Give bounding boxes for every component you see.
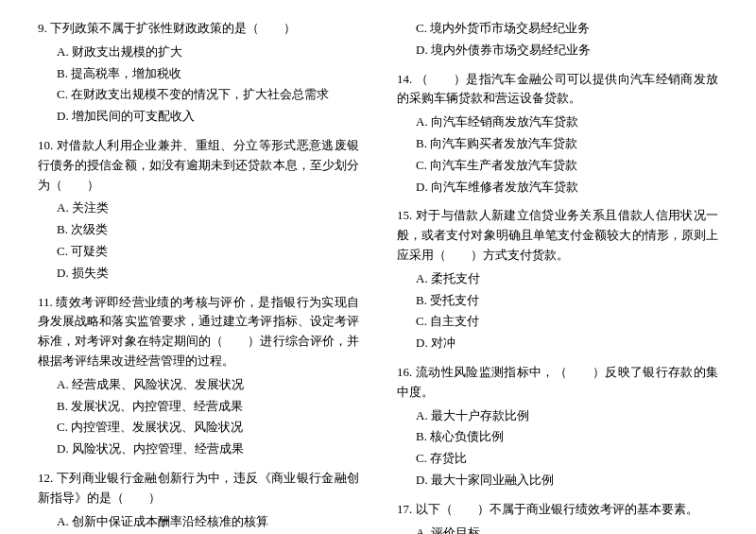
q9-option-a: A. 财政支出规模的扩大 — [57, 43, 359, 62]
question-11: 11. 绩效考评即经营业绩的考核与评价，是指银行为实现自身发展战略和落实监管要求… — [38, 293, 359, 459]
q14-option-c: C. 向汽车生产者发放汽车贷款 — [416, 156, 718, 176]
q14-number: 14. — [397, 72, 412, 86]
q14-option-d: D. 向汽车维修者发放汽车贷款 — [416, 178, 718, 198]
q15-number: 15. — [397, 208, 412, 222]
q11-text: 绩效考评即经营业绩的考核与评价，是指银行为实现自身发展战略和落实监管要求，通过建… — [38, 295, 359, 368]
q11-options: A. 经营成果、风险状况、发展状况 B. 发展状况、内控管理、经营成果 C. 内… — [57, 375, 359, 459]
question-15: 15. 对于与借款人新建立信贷业务关系且借款人信用状况一般，或者支付对象明确且单… — [397, 206, 718, 353]
q12-number: 12. — [38, 471, 53, 485]
q16-option-a: A. 最大十户存款比例 — [416, 406, 718, 426]
q16-title: 16. 流动性风险监测指标中，（ ）反映了银行存款的集中度。 — [397, 363, 718, 403]
main-content: 9. 下列政策不属于扩张性财政政策的是（ ） A. 财政支出规模的扩大 B. 提… — [38, 19, 718, 534]
question-12: 12. 下列商业银行金融创新行为中，违反《商业银行金融创新指导》的是（ ） A.… — [38, 469, 359, 534]
q14-text: （ ）是指汽车金融公司可以提供向汽车经销商发放的采购车辆贷款和营运设备贷款。 — [397, 72, 718, 106]
q16-number: 16. — [397, 365, 412, 379]
question-13-continued: C. 境内外货币市场交易经纪业务 D. 境内外债券市场交易经纪业务 — [397, 19, 718, 60]
question-17: 17. 以下（ ）不属于商业银行绩效考评的基本要素。 A. 评价目标 B. 评价… — [397, 500, 718, 534]
question-10: 10. 对借款人利用企业兼并、重组、分立等形式恶意逃废银行债务的授信金额，如没有… — [38, 136, 359, 284]
q9-title: 9. 下列政策不属于扩张性财政政策的是（ ） — [38, 19, 359, 39]
q15-option-b: B. 受托支付 — [416, 291, 718, 311]
question-9: 9. 下列政策不属于扩张性财政政策的是（ ） A. 财政支出规模的扩大 B. 提… — [38, 19, 359, 127]
q13-option-d: D. 境内外债券市场交易经纪业务 — [416, 41, 718, 60]
q16-option-d: D. 最大十家同业融入比例 — [416, 471, 718, 491]
question-14: 14. （ ）是指汽车金融公司可以提供向汽车经销商发放的采购车辆贷款和营运设备贷… — [397, 70, 718, 198]
q12-option-a: A. 创新中保证成本酬率沿经核准的核算 — [57, 512, 359, 532]
q17-title: 17. 以下（ ）不属于商业银行绩效考评的基本要素。 — [397, 500, 718, 520]
q16-option-b: B. 核心负债比例 — [416, 427, 718, 447]
q12-options: A. 创新中保证成本酬率沿经核准的核算 B. 保证风险可控 C. 以银行利润最大… — [57, 512, 359, 534]
q16-option-c: C. 存贷比 — [416, 449, 718, 469]
q17-options: A. 评价目标 B. 评价标准 C. 评价对象 D. 评价费用 — [416, 524, 718, 534]
q9-options: A. 财政支出规模的扩大 B. 提高税率，增加税收 C. 在财政支出规模不变的情… — [57, 43, 359, 127]
q9-text: 下列政策不属于扩张性财政政策的是（ ） — [50, 21, 296, 35]
q10-option-d: D. 损失类 — [57, 264, 359, 284]
q11-option-c: C. 内控管理、发展状况、风险状况 — [57, 418, 359, 438]
q11-number: 11. — [38, 295, 53, 309]
q15-option-d: D. 对冲 — [416, 334, 718, 353]
q14-title: 14. （ ）是指汽车金融公司可以提供向汽车经销商发放的采购车辆贷款和营运设备贷… — [397, 70, 718, 110]
q14-option-b: B. 向汽车购买者发放汽车贷款 — [416, 134, 718, 154]
q15-title: 15. 对于与借款人新建立信贷业务关系且借款人信用状况一般，或者支付对象明确且单… — [397, 206, 718, 265]
q11-option-a: A. 经营成果、风险状况、发展状况 — [57, 375, 359, 395]
q10-text: 对借款人利用企业兼并、重组、分立等形式恶意逃废银行债务的授信金额，如没有逾期未到… — [38, 138, 359, 192]
q16-options: A. 最大十户存款比例 B. 核心负债比例 C. 存贷比 D. 最大十家同业融入… — [416, 406, 718, 491]
q11-title: 11. 绩效考评即经营业绩的考核与评价，是指银行为实现自身发展战略和落实监管要求… — [38, 293, 359, 371]
q10-number: 10. — [38, 138, 53, 152]
q13-options-right: C. 境内外货币市场交易经纪业务 D. 境内外债券市场交易经纪业务 — [416, 19, 718, 60]
q9-number: 9. — [38, 21, 47, 35]
q10-options: A. 关注类 B. 次级类 C. 可疑类 D. 损失类 — [57, 198, 359, 283]
q9-option-d: D. 增加民间的可支配收入 — [57, 107, 359, 127]
q14-options: A. 向汽车经销商发放汽车贷款 B. 向汽车购买者发放汽车贷款 C. 向汽车生产… — [416, 112, 718, 197]
q15-option-a: A. 柔托支付 — [416, 269, 718, 289]
q10-option-b: B. 次级类 — [57, 220, 359, 240]
q10-option-c: C. 可疑类 — [57, 242, 359, 262]
q12-text: 下列商业银行金融创新行为中，违反《商业银行金融创新指导》的是（ ） — [38, 471, 359, 505]
left-column: 9. 下列政策不属于扩张性财政政策的是（ ） A. 财政支出规模的扩大 B. 提… — [38, 19, 369, 534]
q12-title: 12. 下列商业银行金融创新行为中，违反《商业银行金融创新指导》的是（ ） — [38, 469, 359, 508]
q13-option-c: C. 境内外货币市场交易经纪业务 — [416, 19, 718, 39]
q11-option-b: B. 发展状况、内控管理、经营成果 — [57, 397, 359, 417]
q17-text: 以下（ ）不属于商业银行绩效考评的基本要素。 — [416, 502, 698, 516]
q15-text: 对于与借款人新建立信贷业务关系且借款人信用状况一般，或者支付对象明确且单笔支付金… — [397, 208, 718, 262]
right-column: C. 境内外货币市场交易经纪业务 D. 境内外债券市场交易经纪业务 14. （ … — [387, 19, 718, 534]
q16-text: 流动性风险监测指标中，（ ）反映了银行存款的集中度。 — [397, 365, 718, 399]
q15-options: A. 柔托支付 B. 受托支付 C. 自主支付 D. 对冲 — [416, 269, 718, 353]
q11-option-d: D. 风险状况、内控管理、经营成果 — [57, 439, 359, 459]
q15-option-c: C. 自主支付 — [416, 312, 718, 332]
q10-title: 10. 对借款人利用企业兼并、重组、分立等形式恶意逃废银行债务的授信金额，如没有… — [38, 136, 359, 195]
q17-option-a: A. 评价目标 — [416, 524, 718, 534]
q14-option-a: A. 向汽车经销商发放汽车贷款 — [416, 112, 718, 132]
question-16: 16. 流动性风险监测指标中，（ ）反映了银行存款的集中度。 A. 最大十户存款… — [397, 363, 718, 491]
q9-option-b: B. 提高税率，增加税收 — [57, 64, 359, 84]
q17-number: 17. — [397, 502, 412, 516]
q10-option-a: A. 关注类 — [57, 198, 359, 218]
q9-option-c: C. 在财政支出规模不变的情况下，扩大社会总需求 — [57, 85, 359, 105]
